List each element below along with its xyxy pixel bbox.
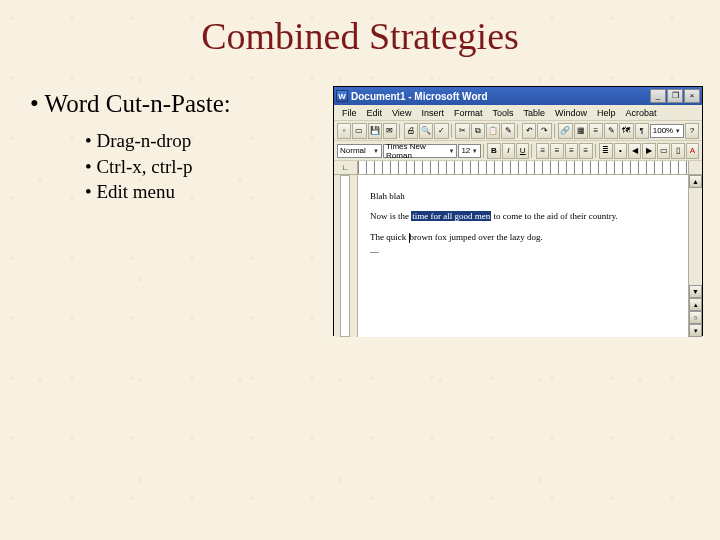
columns-icon[interactable]: ≡ bbox=[589, 123, 603, 139]
menubar: File Edit View Insert Format Tools Table… bbox=[334, 105, 702, 121]
chevron-down-icon: ▼ bbox=[373, 148, 379, 154]
standard-toolbar: ▫ ▭ 💾 ✉ 🖨 🔍 ✓ ✂ ⧉ 📋 ✎ ↶ ↷ 🔗 ▦ ≡ ✎ 🗺 ¶ 10… bbox=[334, 121, 702, 141]
font-combo[interactable]: Times New Roman▼ bbox=[383, 144, 457, 158]
separator bbox=[531, 144, 534, 158]
italic-icon[interactable]: I bbox=[502, 143, 515, 159]
help-icon[interactable]: ? bbox=[685, 123, 699, 139]
menu-window[interactable]: Window bbox=[551, 107, 591, 119]
align-right-icon[interactable]: ≡ bbox=[565, 143, 578, 159]
separator bbox=[399, 124, 402, 138]
separator bbox=[517, 124, 520, 138]
zoom-value: 100% bbox=[653, 126, 673, 135]
bullet-main: Word Cut-n-Paste: bbox=[30, 90, 330, 118]
vertical-scrollbar[interactable]: ▲ ▼ ▴ ○ ▾ bbox=[688, 175, 702, 337]
next-page-icon[interactable]: ▾ bbox=[689, 324, 702, 337]
copy-icon[interactable]: ⧉ bbox=[471, 123, 485, 139]
doc-line-1: Blah blah bbox=[370, 189, 676, 203]
tables-icon[interactable]: ▦ bbox=[574, 123, 588, 139]
font-color-icon[interactable]: A bbox=[686, 143, 699, 159]
map-icon[interactable]: 🗺 bbox=[619, 123, 633, 139]
border-icon[interactable]: ▭ bbox=[657, 143, 670, 159]
sub-bullet-1: Drag-n-drop bbox=[85, 128, 330, 154]
menu-tools[interactable]: Tools bbox=[488, 107, 517, 119]
separator bbox=[554, 124, 557, 138]
menu-table[interactable]: Table bbox=[519, 107, 549, 119]
browse-object-icon[interactable]: ○ bbox=[689, 311, 702, 324]
align-left-icon[interactable]: ≡ bbox=[536, 143, 549, 159]
new-icon[interactable]: ▫ bbox=[337, 123, 351, 139]
open-icon[interactable]: ▭ bbox=[352, 123, 366, 139]
close-button[interactable]: × bbox=[684, 89, 700, 103]
window-title: Document1 - Microsoft Word bbox=[351, 91, 487, 102]
separator bbox=[451, 124, 454, 138]
print-icon[interactable]: 🖨 bbox=[404, 123, 418, 139]
redo-icon[interactable]: ↷ bbox=[537, 123, 551, 139]
underline-icon[interactable]: U bbox=[516, 143, 529, 159]
cut-icon[interactable]: ✂ bbox=[455, 123, 469, 139]
mail-icon[interactable]: ✉ bbox=[383, 123, 397, 139]
menu-format[interactable]: Format bbox=[450, 107, 487, 119]
word-app-icon: W bbox=[336, 90, 348, 102]
sub-bullet-3: Edit menu bbox=[85, 179, 330, 205]
doc-line-2: Now is the time for all good men to come… bbox=[370, 209, 676, 223]
formatting-toolbar: Normal▼ Times New Roman▼ 12▼ B I U ≡ ≡ ≡… bbox=[334, 141, 702, 161]
tab-selector-icon[interactable]: ∟ bbox=[342, 163, 350, 172]
highlight-icon[interactable]: ▯ bbox=[671, 143, 684, 159]
menu-edit[interactable]: Edit bbox=[363, 107, 387, 119]
separator bbox=[483, 144, 486, 158]
save-icon[interactable]: 💾 bbox=[368, 123, 382, 139]
paste-icon[interactable]: 📋 bbox=[486, 123, 500, 139]
vertical-ruler[interactable] bbox=[340, 175, 350, 337]
menu-help[interactable]: Help bbox=[593, 107, 620, 119]
sub-bullet-2: Ctrl-x, ctrl-p bbox=[85, 154, 330, 180]
document-page[interactable]: Blah blah Now is the time for all good m… bbox=[358, 175, 688, 337]
word-window: W Document1 - Microsoft Word _ ❐ × File … bbox=[333, 86, 703, 336]
doc-line-4: — bbox=[370, 244, 676, 258]
text-selection[interactable]: time for all good men bbox=[411, 211, 491, 221]
format-painter-icon[interactable]: ✎ bbox=[501, 123, 515, 139]
menu-view[interactable]: View bbox=[388, 107, 415, 119]
print-preview-icon[interactable]: 🔍 bbox=[419, 123, 433, 139]
menu-acrobat[interactable]: Acrobat bbox=[621, 107, 660, 119]
bold-icon[interactable]: B bbox=[487, 143, 500, 159]
vertical-ruler-area bbox=[334, 175, 358, 337]
ruler-corner: ∟ bbox=[334, 161, 358, 174]
scroll-up-icon[interactable]: ▲ bbox=[689, 175, 702, 188]
font-value: Times New Roman bbox=[386, 142, 448, 160]
bullets-icon[interactable]: • bbox=[614, 143, 627, 159]
scroll-down-icon[interactable]: ▼ bbox=[689, 285, 702, 298]
separator bbox=[595, 144, 598, 158]
titlebar[interactable]: W Document1 - Microsoft Word _ ❐ × bbox=[334, 87, 702, 105]
maximize-button[interactable]: ❐ bbox=[667, 89, 683, 103]
prev-page-icon[interactable]: ▴ bbox=[689, 298, 702, 311]
chevron-down-icon: ▼ bbox=[472, 148, 478, 154]
menu-insert[interactable]: Insert bbox=[417, 107, 448, 119]
doc-line-3: The quick brown fox jumped over the lazy… bbox=[370, 230, 676, 244]
horizontal-ruler[interactable] bbox=[358, 161, 688, 174]
outdent-icon[interactable]: ◀ bbox=[628, 143, 641, 159]
drawing-icon[interactable]: ✎ bbox=[604, 123, 618, 139]
undo-icon[interactable]: ↶ bbox=[522, 123, 536, 139]
chevron-down-icon: ▼ bbox=[448, 148, 454, 154]
zoom-combo[interactable]: 100%▼ bbox=[650, 124, 684, 138]
align-center-icon[interactable]: ≡ bbox=[550, 143, 563, 159]
menu-file[interactable]: File bbox=[338, 107, 361, 119]
minimize-button[interactable]: _ bbox=[650, 89, 666, 103]
insert-link-icon[interactable]: 🔗 bbox=[558, 123, 572, 139]
style-combo[interactable]: Normal▼ bbox=[337, 144, 382, 158]
para-icon[interactable]: ¶ bbox=[635, 123, 649, 139]
chevron-down-icon: ▼ bbox=[675, 128, 681, 134]
spell-icon[interactable]: ✓ bbox=[434, 123, 448, 139]
size-combo[interactable]: 12▼ bbox=[458, 144, 480, 158]
numbering-icon[interactable]: ≣ bbox=[599, 143, 612, 159]
indent-icon[interactable]: ▶ bbox=[642, 143, 655, 159]
slide-title: Combined Strategies bbox=[0, 0, 720, 58]
size-value: 12 bbox=[461, 146, 470, 155]
style-value: Normal bbox=[340, 146, 366, 155]
justify-icon[interactable]: ≡ bbox=[579, 143, 592, 159]
